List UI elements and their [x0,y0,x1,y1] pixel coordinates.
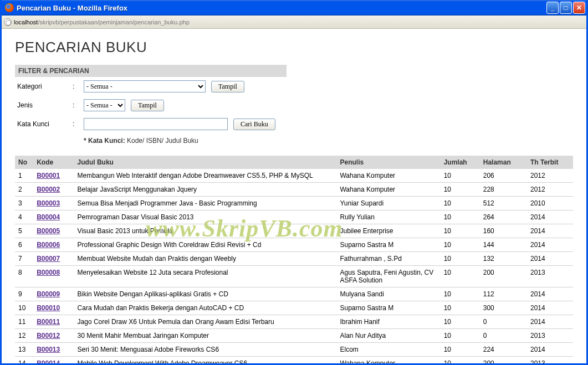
cell-hal: 0 [480,315,527,329]
th-kode: Kode [33,156,74,169]
cell-jumlah: 10 [441,224,480,238]
firefox-icon [5,3,14,12]
cell-judul: Semua Bisa Menjadi Programmer Java - Bas… [74,197,337,210]
cell-th: 2014 [527,224,573,238]
kode-link[interactable]: B00005 [37,227,60,235]
cell-th: 2012 [527,183,573,197]
cell-hal: 200 [480,266,527,287]
cell-kode: B00012 [33,329,74,343]
kata-kunci-hint: * Kata Kunci: Kode/ ISBN/ Judul Buku [81,133,278,148]
table-row: 14B00014Mobile Web Development With Adob… [15,357,573,364]
th-penulis: Penulis [336,156,440,169]
kode-link[interactable]: B00010 [37,304,60,312]
cell-judul: 30 Menit Mahir Membuat Jaringan Komputer [74,329,337,343]
window-minimize-button[interactable]: _ [546,2,559,14]
page-title: PENCARIAN BUKU [15,39,573,56]
kata-kunci-label: Kata Kunci [15,115,70,133]
cell-kode: B00008 [33,266,74,287]
cell-judul: Jago Corel Draw X6 Untuk Pemula dan Oran… [74,315,337,329]
table-row: 9B00009Bikin Website Dengan Aplikasi-apl… [15,287,573,301]
table-row: 6B00006Professional Graphic Design With … [15,238,573,252]
cell-th: 2014 [527,210,573,224]
cell-no: 13 [15,343,33,357]
cell-kode: B00007 [33,252,74,266]
kategori-label: Kategori [15,77,70,96]
kode-link[interactable]: B00012 [37,332,60,340]
page-content: www.SkripVB.com PENCARIAN BUKU FILTER & … [2,29,586,363]
cell-judul: Pemrograman Dasar Visual Basic 2013 [74,210,337,224]
kata-kunci-input[interactable] [84,118,228,130]
jenis-select[interactable]: - Semua - [84,99,125,111]
cell-jumlah: 10 [441,169,480,183]
filter-form: Kategori : - Semua - Tampil Jenis : - Se… [15,77,278,148]
cell-penulis: Suparno Sastra M [336,238,440,252]
kode-link[interactable]: B00011 [37,318,60,326]
tampil-kategori-button[interactable]: Tampil [211,81,244,92]
table-row: 10B00010Cara Mudah dan Praktis Bekerja d… [15,301,573,315]
kode-link[interactable]: B00006 [37,241,60,249]
cell-jumlah: 10 [441,357,480,364]
cell-penulis: Jubilee Enterprise [336,224,440,238]
cell-kode: B00005 [33,224,74,238]
window-title: Pencarian Buku - Mozilla Firefox [17,4,546,12]
kode-link[interactable]: B00003 [37,199,60,207]
cell-jumlah: 10 [441,183,480,197]
jenis-label: Jenis [15,96,70,115]
kategori-select[interactable]: - Semua - [84,80,206,92]
window-maximize-button[interactable]: □ [560,2,572,14]
kode-link[interactable]: B00007 [37,255,60,263]
cell-kode: B00003 [33,197,74,210]
cell-penulis: Wahana Komputer [336,183,440,197]
cell-no: 6 [15,238,33,252]
table-row: 8B00008Menyelesaikan Website 12 Juta sec… [15,266,573,287]
cell-jumlah: 10 [441,287,480,301]
kode-link[interactable]: B00008 [37,269,60,276]
cell-kode: B00010 [33,301,74,315]
cell-hal: 0 [480,329,527,343]
cell-jumlah: 10 [441,210,480,224]
table-row: 11B00011Jago Corel Draw X6 Untuk Pemula … [15,315,573,329]
table-row: 5B00005Visual Basic 2013 untuk PemulaJub… [15,224,573,238]
th-judul: Judul Buku [74,156,337,169]
cell-th: 2013 [527,357,573,364]
cell-no: 14 [15,357,33,364]
cell-hal: 224 [480,343,527,357]
kode-link[interactable]: B00009 [37,290,60,298]
kode-link[interactable]: B00002 [37,186,60,193]
cell-jumlah: 10 [441,266,480,287]
cell-kode: B00002 [33,183,74,197]
cell-judul: Professional Graphic Design With Coreldr… [74,238,337,252]
cell-hal: 112 [480,287,527,301]
cell-penulis: Ibrahim Hanif [336,315,440,329]
cell-penulis: Wahana Komputer [336,169,440,183]
cell-jumlah: 10 [441,329,480,343]
kode-link[interactable]: B00004 [37,213,60,221]
kode-link[interactable]: B00001 [37,172,60,179]
cell-no: 8 [15,266,33,287]
cell-no: 2 [15,183,33,197]
table-row: 2B00002Belajar JavaScript Menggunakan Jq… [15,183,573,197]
kode-link[interactable]: B00014 [37,359,60,363]
table-row: 13B00013Seri 30 Menit: Menguasai Adobe F… [15,343,573,357]
kode-link[interactable]: B00013 [37,346,60,353]
cari-buku-button[interactable]: Cari Buku [233,119,275,130]
cell-kode: B00009 [33,287,74,301]
cell-jumlah: 10 [441,315,480,329]
window-close-button[interactable]: ✕ [573,2,585,14]
cell-no: 11 [15,315,33,329]
cell-penulis: Alan Nur Aditya [336,329,440,343]
address-bar[interactable]: localhost/skripvb/perpustakaan/peminjama… [2,16,586,29]
cell-no: 4 [15,210,33,224]
cell-hal: 206 [480,169,527,183]
cell-no: 3 [15,197,33,210]
cell-no: 12 [15,329,33,343]
cell-jumlah: 10 [441,301,480,315]
cell-kode: B00014 [33,357,74,364]
cell-th: 2010 [527,197,573,210]
tampil-jenis-button[interactable]: Tampil [131,100,164,111]
cell-penulis: Yuniar Supardi [336,197,440,210]
cell-hal: 132 [480,252,527,266]
cell-th: 2014 [527,343,573,357]
cell-penulis: Suparno Sastra M [336,301,440,315]
cell-hal: 160 [480,224,527,238]
